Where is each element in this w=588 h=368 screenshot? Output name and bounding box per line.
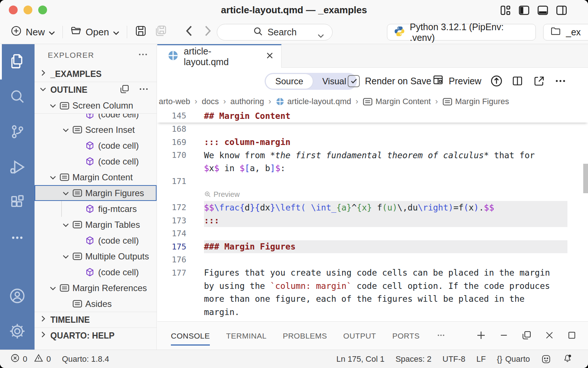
breadcrumb-item-margin-content[interactable]: Margin Content xyxy=(363,97,431,106)
activity-search-button[interactable] xyxy=(0,79,35,115)
interpreter-selector[interactable]: Python 3.12.1 (PipEnv: .venv) xyxy=(387,24,536,40)
save-all-button[interactable] xyxy=(151,24,171,40)
panel-tabs-more-icon[interactable] xyxy=(436,330,446,342)
panel-duplicate-icon[interactable] xyxy=(521,330,532,342)
toggle-right-sidebar-icon[interactable] xyxy=(555,4,568,17)
open-button[interactable]: Open xyxy=(67,25,123,39)
panel-tab-ports[interactable]: PORTS xyxy=(392,322,419,350)
back-button[interactable] xyxy=(181,25,197,39)
close-icon[interactable] xyxy=(266,51,274,62)
code-editor[interactable]: 145## Margin Content168169::: column-mar… xyxy=(157,109,588,321)
custom-layout-icon[interactable] xyxy=(499,4,512,17)
indentation-status[interactable]: Spaces: 2 xyxy=(395,354,431,364)
breadcrumb-item-arto-web[interactable]: arto-web xyxy=(159,97,190,106)
panel-tab-console[interactable]: CONSOLE xyxy=(171,322,210,350)
breadcrumb-item-article-layout-qmd[interactable]: article-layout.qmd xyxy=(276,97,351,106)
eol-status[interactable]: LF xyxy=(476,354,486,364)
search-box[interactable]: Search xyxy=(217,24,333,40)
panel-add-icon[interactable] xyxy=(476,330,487,342)
section-examples[interactable]: _EXAMPLES xyxy=(35,66,157,82)
outline-item-code-cell[interactable]: (code cell) xyxy=(35,114,157,122)
editor-more-button[interactable] xyxy=(554,68,567,94)
problems-status[interactable]: 0 0 xyxy=(10,353,51,365)
collapse-all-icon[interactable] xyxy=(119,84,130,97)
code-line[interactable]: 172$$\frac{d}{dx}\left( \int_{a}^{x} f(u… xyxy=(157,201,588,214)
publish-button[interactable] xyxy=(490,68,503,94)
outline-more-icon[interactable] xyxy=(138,84,149,97)
activity-extensions-button[interactable] xyxy=(0,185,35,221)
chevron-down-icon[interactable] xyxy=(59,189,72,197)
code-line[interactable]: 177Figures that you create using code ce… xyxy=(157,266,588,280)
panel-close-icon[interactable] xyxy=(544,330,555,342)
codelens[interactable]: Preview xyxy=(204,190,240,199)
panel-minimize-icon[interactable] xyxy=(499,330,509,342)
activity-run-debug-button[interactable] xyxy=(0,150,35,185)
section-timeline[interactable]: TIMELINE xyxy=(35,312,157,328)
toggle-bottom-panel-icon[interactable] xyxy=(537,4,549,17)
chevron-down-icon[interactable] xyxy=(59,221,72,229)
outline-item-margin-figures[interactable]: Margin Figures xyxy=(35,185,157,201)
tab-article-layout[interactable]: article-layout.qmd xyxy=(157,44,282,68)
mode-source-button[interactable]: Source xyxy=(266,74,313,89)
code-line[interactable]: 174 xyxy=(157,227,588,240)
code-line[interactable]: 170We know from *the first fundamental t… xyxy=(157,149,588,162)
panel-tab-problems[interactable]: PROBLEMS xyxy=(283,322,327,350)
chevron-down-icon[interactable] xyxy=(59,126,72,134)
activity-source-control-button[interactable] xyxy=(0,115,35,150)
chevron-down-icon[interactable] xyxy=(46,284,60,292)
panel-maximize-icon[interactable] xyxy=(567,330,577,342)
outline-item-code-cell[interactable]: (code cell) xyxy=(35,233,157,248)
outline-item-asides[interactable]: Asides xyxy=(35,296,157,312)
breadcrumb-item-margin-figures[interactable]: Margin Figures xyxy=(442,97,509,106)
code-line[interactable]: Preview xyxy=(157,188,588,201)
outline-item-screen-column[interactable]: Screen Column xyxy=(35,98,157,114)
open-in-new-window-button[interactable] xyxy=(533,68,545,94)
render-on-save-control[interactable]: Render on Save xyxy=(348,68,431,94)
save-button[interactable] xyxy=(131,25,151,40)
toggle-left-sidebar-icon[interactable] xyxy=(518,4,530,17)
outline-item-margin-content[interactable]: Margin Content xyxy=(35,169,157,185)
new-button[interactable]: New xyxy=(7,25,59,39)
notifications-bell-icon[interactable] xyxy=(562,353,573,365)
outline-item-fig-mtcars[interactable]: fig-mtcars xyxy=(35,201,157,217)
activity-explorer-button[interactable] xyxy=(0,44,35,79)
code-line[interactable]: $x$ in $[a, b]$: xyxy=(157,162,588,175)
panel-tab-terminal[interactable]: TERMINAL xyxy=(226,322,266,350)
feedback-smiley-icon[interactable] xyxy=(541,354,551,364)
outline-item-code-cell[interactable]: (code cell) xyxy=(35,153,157,169)
outline-item-multiple-outputs[interactable]: Multiple Outputs xyxy=(35,248,157,264)
chevron-down-icon[interactable] xyxy=(46,102,60,110)
section-quarto-help[interactable]: QUARTO: HELP xyxy=(35,328,157,343)
code-line[interactable]: by using the `column: margin` code cell … xyxy=(157,279,588,293)
explorer-more-icon[interactable] xyxy=(137,49,148,62)
split-editor-button[interactable] xyxy=(511,68,524,94)
activity-settings-button[interactable] xyxy=(0,314,35,350)
activity-more-button[interactable] xyxy=(0,221,35,256)
panel-tab-output[interactable]: OUTPUT xyxy=(343,322,376,350)
workspace-button[interactable]: _ex xyxy=(543,24,588,40)
code-line[interactable]: 175### Margin Figures xyxy=(157,240,588,254)
language-mode-status[interactable]: {} Quarto xyxy=(497,354,530,364)
encoding-status[interactable]: UTF-8 xyxy=(442,354,465,364)
chevron-down-icon[interactable] xyxy=(59,252,72,261)
outline-item-code-cell[interactable]: (code cell) xyxy=(35,264,157,280)
chevron-down-icon[interactable] xyxy=(46,173,60,181)
outline-item-code-cell[interactable]: (code cell) xyxy=(35,138,157,153)
section-outline[interactable]: OUTLINE xyxy=(35,82,157,98)
sticky-code-line[interactable]: 145## Margin Content xyxy=(157,109,588,123)
preview-button[interactable]: Preview xyxy=(432,68,481,94)
activity-account-button[interactable] xyxy=(0,279,35,314)
breadcrumb-item-authoring[interactable]: authoring xyxy=(230,97,264,106)
forward-button[interactable] xyxy=(200,25,216,39)
outline-item-margin-references[interactable]: Margin References xyxy=(35,280,157,296)
code-line[interactable]: 176 xyxy=(157,253,588,266)
code-line[interactable]: 173::: xyxy=(157,214,588,227)
outline-item-screen-inset[interactable]: Screen Inset xyxy=(35,122,157,138)
quarto-version-status[interactable]: Quarto: 1.8.4 xyxy=(62,354,109,364)
editor-scrollbar[interactable] xyxy=(583,164,588,193)
code-line[interactable]: more than one figure, each of the figure… xyxy=(157,293,588,306)
code-line[interactable]: 169::: column-margin xyxy=(157,136,588,149)
code-line[interactable]: 171 xyxy=(157,175,588,188)
code-line[interactable]: margin. xyxy=(157,305,588,319)
breadcrumb-item-docs[interactable]: docs xyxy=(202,97,219,106)
